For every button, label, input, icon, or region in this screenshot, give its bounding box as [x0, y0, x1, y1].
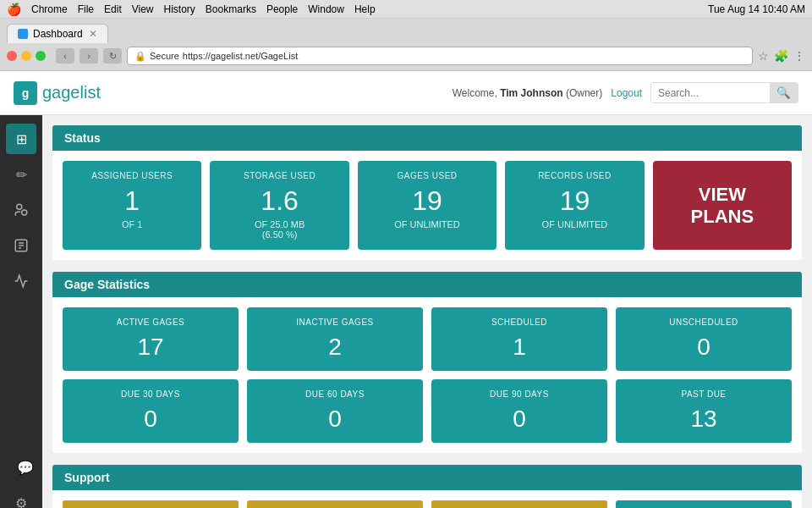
storage-used-sub: OF 25.0 MB(6.50 %): [220, 219, 338, 240]
menubar: 🍎 Chrome File Edit View History Bookmark…: [0, 0, 812, 19]
minimize-button[interactable]: [21, 51, 31, 61]
sidebar-item-users[interactable]: [6, 195, 36, 225]
welcome-text: Welcome, Tim Johnson (Owner): [453, 87, 603, 99]
menubar-item[interactable]: View: [132, 3, 154, 15]
forward-button[interactable]: ›: [80, 48, 98, 64]
gage-cards-container: ACTIVE GAGES 17 INACTIVE GAGES 2 SCHEDUL…: [52, 297, 802, 453]
reload-button[interactable]: ↻: [103, 48, 122, 64]
due-60-card: DUE 60 DAYS 0: [247, 379, 423, 443]
status-cards-container: ASSIGNED USERS 1 OF 1 STORAGE USED 1.6 O…: [52, 151, 802, 260]
menubar-item[interactable]: Help: [354, 3, 376, 15]
menubar-item[interactable]: People: [266, 3, 298, 15]
menubar-item[interactable]: File: [78, 3, 94, 15]
user-name: Tim Johnson: [500, 87, 562, 99]
logo-icon: g: [14, 81, 37, 105]
assigned-users-sub: OF 1: [73, 219, 191, 229]
scheduled-value: 1: [442, 334, 597, 361]
assigned-users-label: ASSIGNED USERS: [73, 171, 191, 180]
url-text: https://gagelist.net/GageList: [183, 51, 298, 61]
due-30-value: 0: [73, 406, 228, 433]
records-used-sub: OF UNLIMITED: [515, 219, 634, 229]
search-input[interactable]: [651, 84, 770, 102]
active-gages-value: 17: [73, 334, 228, 361]
chat-bubble[interactable]: 💬: [10, 452, 41, 483]
menubar-item[interactable]: Edit: [104, 3, 122, 15]
sidebar-item-settings[interactable]: ⚙: [6, 488, 36, 508]
unscheduled-card: UNSCHEDULED 0: [616, 307, 792, 371]
gage-statistics-header: Gage Statistics: [52, 272, 802, 297]
unscheduled-value: 0: [626, 334, 782, 361]
support-section: Support KNOWLEDGEBASE TUTORIALS FAQ SUPP…: [52, 465, 802, 508]
app-header: g gagelist Welcome, Tim Johnson (Owner) …: [0, 71, 812, 115]
status-section: Status ASSIGNED USERS 1 OF 1 STORAGE USE…: [52, 125, 802, 260]
support-ticket-button[interactable]: SUPPORT TICKET: [616, 500, 792, 508]
due-30-card: DUE 30 DAYS 0: [63, 379, 239, 443]
assigned-users-card: ASSIGNED USERS 1 OF 1: [63, 161, 201, 250]
status-header: Status: [52, 125, 802, 151]
menubar-item[interactable]: Bookmarks: [206, 3, 256, 15]
gages-used-label: GAGES USED: [368, 171, 486, 180]
menubar-datetime: Tue Aug 14 10:40 AM: [708, 3, 805, 15]
search-bar[interactable]: 🔍: [650, 82, 798, 103]
menu-icon[interactable]: ⋮: [793, 49, 805, 63]
past-due-card: PAST DUE 13: [616, 379, 792, 443]
logo-area: g gagelist: [14, 81, 101, 105]
scheduled-card: SCHEDULED 1: [431, 307, 607, 371]
sidebar-item-reports[interactable]: [6, 230, 36, 261]
maximize-button[interactable]: [36, 51, 46, 61]
sidebar-item-analytics[interactable]: [6, 266, 36, 296]
past-due-value: 13: [626, 406, 782, 433]
welcome-prefix: Welcome,: [453, 87, 500, 99]
search-button[interactable]: 🔍: [770, 83, 798, 102]
page-layout: ⊞ ✏ ⚙ Status ASSIGNED USERS 1 OF 1: [0, 115, 812, 508]
secure-icon: 🔒: [134, 51, 146, 62]
due-60-value: 0: [257, 406, 413, 433]
tutorials-button[interactable]: TUTORIALS: [247, 500, 423, 508]
logo-text: gagelist: [42, 83, 101, 102]
menubar-item[interactable]: History: [164, 3, 195, 15]
records-used-card: RECORDS USED 19 OF UNLIMITED: [505, 161, 644, 250]
svg-point-1: [22, 210, 27, 215]
browser-actions: ☆ 🧩 ⋮: [758, 49, 805, 63]
due-90-label: DUE 90 DAYS: [442, 389, 597, 399]
gage-statistics-section: Gage Statistics ACTIVE GAGES 17 INACTIVE…: [52, 272, 802, 453]
sidebar: ⊞ ✏ ⚙: [0, 115, 42, 508]
apple-menu[interactable]: 🍎: [7, 3, 21, 16]
back-button[interactable]: ‹: [56, 48, 74, 64]
star-icon[interactable]: ☆: [758, 49, 769, 63]
menubar-item[interactable]: Chrome: [31, 3, 68, 15]
inactive-gages-label: INACTIVE GAGES: [257, 318, 413, 327]
address-bar[interactable]: 🔒 Secure https://gagelist.net/GageList: [127, 47, 753, 65]
assigned-users-value: 1: [73, 187, 191, 214]
due-60-label: DUE 60 DAYS: [257, 389, 413, 399]
tab-title: Dashboard: [33, 28, 83, 40]
storage-used-card: STORAGE USED 1.6 OF 25.0 MB(6.50 %): [210, 161, 348, 250]
url-prefix: Secure: [150, 51, 179, 61]
view-plans-card[interactable]: VIEWPLANS: [653, 161, 792, 250]
support-header: Support: [52, 465, 802, 490]
scheduled-label: SCHEDULED: [442, 318, 597, 327]
tab-favicon: [18, 29, 28, 39]
inactive-gages-value: 2: [257, 334, 413, 361]
inactive-gages-card: INACTIVE GAGES 2: [247, 307, 423, 371]
sidebar-item-calibration[interactable]: ✏: [6, 159, 36, 190]
past-due-label: PAST DUE: [626, 389, 782, 399]
faq-button[interactable]: FAQ: [431, 500, 607, 508]
unscheduled-label: UNSCHEDULED: [626, 318, 782, 327]
svg-point-0: [17, 204, 22, 209]
storage-used-label: STORAGE USED: [220, 171, 338, 180]
gage-row-1: ACTIVE GAGES 17 INACTIVE GAGES 2 SCHEDUL…: [63, 307, 792, 371]
logout-link[interactable]: Logout: [611, 87, 642, 99]
main-content: Status ASSIGNED USERS 1 OF 1 STORAGE USE…: [42, 115, 812, 508]
gages-used-value: 19: [368, 187, 486, 214]
tab-close-button[interactable]: ✕: [89, 28, 97, 40]
sidebar-item-dashboard[interactable]: ⊞: [6, 124, 36, 154]
menubar-item[interactable]: Window: [308, 3, 344, 15]
extension-icon[interactable]: 🧩: [774, 49, 788, 63]
browser-tab[interactable]: Dashboard ✕: [7, 24, 108, 43]
due-30-label: DUE 30 DAYS: [73, 389, 228, 399]
knowledgebase-button[interactable]: KNOWLEDGEBASE: [63, 500, 239, 508]
close-button[interactable]: [7, 51, 17, 61]
active-gages-label: ACTIVE GAGES: [73, 318, 228, 327]
gages-used-card: GAGES USED 19 OF UNLIMITED: [358, 161, 497, 250]
